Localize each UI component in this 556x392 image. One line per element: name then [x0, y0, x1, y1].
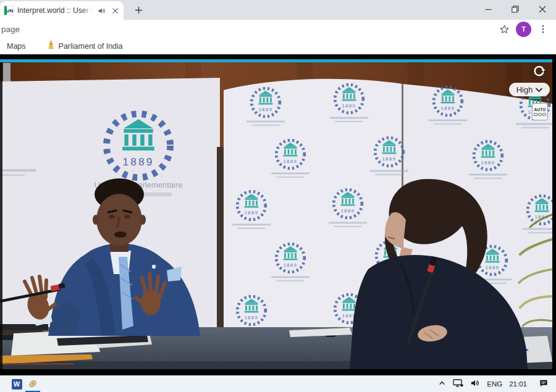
tab-close-icon[interactable]	[110, 6, 120, 15]
auto-label: AUTO	[534, 107, 545, 112]
cyan-accent-line	[0, 59, 554, 62]
tab-interpret-world[interactable]: UN Interpret.world :: User Interfa	[0, 1, 124, 20]
bookmark-parliament-of-india[interactable]: Parliament of India	[43, 39, 127, 53]
taskbar-active-app-icon[interactable]	[25, 376, 41, 392]
taskbar: W	[0, 375, 556, 392]
system-tray: ENG 21:01	[438, 378, 551, 390]
video-player[interactable]: 1889	[0, 54, 556, 375]
language-indicator[interactable]: ENG	[487, 380, 502, 388]
bookmark-parliament-label: Parliament of India	[59, 42, 123, 51]
restore-button[interactable]	[502, 0, 529, 19]
tab-strip: UN Interpret.world :: User Interfa	[0, 0, 556, 20]
bookmarks-bar: Maps Parliament of India	[0, 38, 556, 54]
app-glyph	[27, 378, 38, 390]
taskbar-word-icon[interactable]: W	[9, 376, 25, 392]
bookmark-star-icon[interactable]	[496, 21, 512, 37]
backdrop-pole	[217, 147, 224, 333]
profile-avatar[interactable]: T	[516, 22, 531, 37]
video-right-edge	[552, 54, 556, 375]
close-window-button[interactable]	[529, 0, 556, 19]
new-tab-button[interactable]	[130, 1, 147, 19]
auto-mode-button[interactable]: AUTO	[532, 103, 548, 120]
bookmark-maps[interactable]: Maps	[3, 41, 30, 52]
network-icon[interactable]	[453, 378, 463, 390]
quality-selector[interactable]: High	[509, 83, 550, 96]
video-bottom-edge	[0, 369, 556, 375]
quality-selected-label: High	[516, 85, 533, 94]
tab-title: Interpret.world :: User Interfa	[17, 6, 93, 15]
favicon-green-band	[4, 6, 7, 15]
minimize-button[interactable]	[474, 0, 502, 19]
video-left-edge	[0, 62, 2, 369]
clock[interactable]: 21:01	[509, 380, 527, 388]
favicon-label: UN	[6, 8, 14, 14]
window-controls	[474, 0, 556, 19]
browser-window: UN Interpret.world :: User Interfa	[0, 0, 556, 392]
stream-refresh-button[interactable]	[530, 62, 549, 80]
india-emblem-icon	[47, 40, 55, 52]
tray-chevron-up-icon[interactable]	[438, 378, 446, 390]
word-badge: W	[12, 379, 22, 390]
action-center-icon[interactable]	[539, 378, 549, 390]
site-favicon: UN	[4, 6, 14, 15]
auto-key-squares	[534, 113, 546, 116]
lapel-pin	[152, 265, 156, 269]
bookmark-maps-label: Maps	[7, 42, 26, 51]
chevron-down-icon	[536, 85, 542, 94]
video-scene: 1889	[0, 54, 556, 375]
volume-icon[interactable]	[470, 378, 480, 390]
address-bar[interactable]: page	[1, 25, 496, 34]
tab-audio-icon[interactable]	[96, 6, 106, 15]
address-toolbar: page T	[0, 20, 556, 38]
browser-menu-icon[interactable]	[535, 21, 551, 37]
